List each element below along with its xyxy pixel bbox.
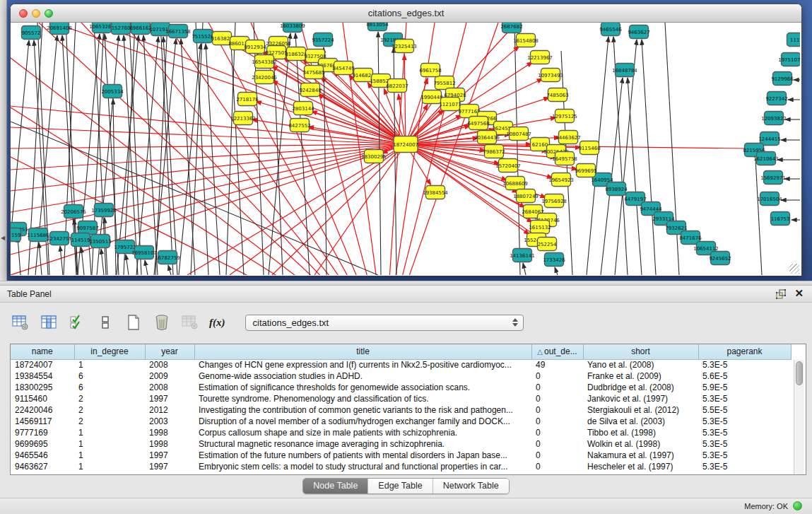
network-canvas[interactable]: 9055722069140610653267152760696616210719…	[11, 23, 801, 276]
network-node[interactable]: 20691406	[47, 23, 72, 35]
cell-out_degree[interactable]: 0	[531, 393, 583, 404]
cell-in_degree[interactable]: 2	[74, 393, 145, 404]
column-header-short[interactable]: short	[583, 344, 698, 359]
network-node[interactable]: 12213967	[527, 51, 553, 64]
network-node[interactable]: 20206576	[61, 205, 86, 218]
cell-short[interactable]: Yano et al. (2008)	[583, 359, 698, 370]
cell-out_degree[interactable]: 0	[531, 427, 583, 438]
network-node[interactable]: 10653267	[89, 23, 114, 33]
table-row[interactable]: 1872400712008Changes of HCN gene express…	[11, 359, 791, 370]
network-node[interactable]: 1112	[787, 33, 801, 47]
column-header-year[interactable]: year	[145, 344, 194, 359]
cell-title[interactable]: Tourette syndrome. Phenomenology and cla…	[194, 393, 531, 404]
network-node[interactable]: 6961758	[419, 64, 441, 77]
table-row[interactable]: 946362711997Embryonic stem cells: a mode…	[11, 461, 791, 472]
cell-pagerank[interactable]: 5.3E-5	[698, 393, 791, 404]
cell-short[interactable]: Stergiakouli et al. (2012)	[583, 404, 698, 416]
table-options-icon[interactable]	[10, 312, 31, 333]
cell-name[interactable]: 14569117	[11, 416, 74, 427]
network-node[interactable]: 2718176	[236, 93, 259, 106]
cell-in_degree[interactable]: 1	[74, 359, 145, 370]
cell-name[interactable]: 9115460	[11, 393, 74, 404]
network-node[interactable]: 8454749	[332, 62, 354, 75]
cell-title[interactable]: Estimation of the future numbers of pati…	[194, 450, 531, 461]
table-row[interactable]: 1456911722003Disruption of a novel membe…	[11, 416, 791, 427]
cell-year[interactable]: 2008	[145, 382, 194, 393]
network-node[interactable]: 252254	[538, 238, 557, 251]
cell-pagerank[interactable]: 5.3E-5	[698, 416, 791, 427]
network-node[interactable]: 6966162	[129, 23, 151, 35]
network-node[interactable]: 16782759	[155, 251, 180, 264]
column-visibility-icon[interactable]	[38, 312, 59, 333]
network-node[interactable]: 16671358	[165, 25, 191, 38]
cell-out_degree[interactable]: 0	[531, 450, 583, 461]
network-node[interactable]: 6497568	[467, 117, 489, 130]
node-table[interactable]: namein_degreeyeartitle△out_de...shortpag…	[10, 344, 806, 475]
cell-year[interactable]: 2008	[145, 359, 194, 370]
network-node[interactable]: 2005334	[101, 85, 124, 98]
table-row[interactable]: 946554611997Estimation of the future num…	[11, 450, 791, 461]
cell-pagerank[interactable]: 5.3E-5	[698, 450, 791, 461]
cell-out_degree[interactable]: 49	[531, 359, 583, 370]
network-node[interactable]: 18724007	[393, 136, 418, 153]
network-node[interactable]: 12213363	[230, 112, 256, 125]
column-header-out_de[interactable]: △out_de...	[531, 344, 583, 359]
float-panel-icon[interactable]	[775, 288, 787, 303]
cell-in_degree[interactable]: 6	[74, 382, 145, 393]
table-row[interactable]: 969969511998Structural magnetic resonanc…	[11, 438, 791, 450]
table-row[interactable]: 911546021997Tourette syndrome. Phenomeno…	[11, 393, 791, 404]
network-node[interactable]: 1121077	[439, 98, 461, 111]
network-node[interactable]: 16958107	[131, 246, 157, 259]
network-node[interactable]: 9227342	[765, 92, 787, 105]
side-gutter[interactable]: ◀	[0, 0, 7, 281]
cell-in_degree[interactable]: 1	[74, 438, 145, 450]
cell-pagerank[interactable]: 5.3E-5	[698, 427, 791, 438]
close-icon[interactable]: ✕	[794, 287, 804, 300]
network-node[interactable]: 12093822	[761, 112, 787, 125]
network-node[interactable]: 17016504	[757, 192, 782, 206]
cell-pagerank[interactable]: 5.3E-5	[698, 461, 791, 472]
network-node[interactable]: 18807249	[513, 189, 539, 203]
cell-year[interactable]: 1998	[145, 427, 194, 438]
network-node[interactable]: 10973493	[538, 69, 563, 82]
network-node[interactable]: 23420046	[252, 71, 277, 84]
network-node[interactable]: 16154808	[513, 34, 539, 47]
network-node[interactable]: 16210643	[753, 152, 779, 165]
cell-name[interactable]: 22420046	[11, 404, 74, 416]
cell-year[interactable]: 1997	[145, 393, 194, 404]
network-node[interactable]: 20364436	[474, 131, 500, 144]
tab-edge-table[interactable]: Edge Table	[367, 479, 432, 493]
network-node[interactable]: 12325413	[392, 40, 417, 53]
cell-short[interactable]: Jankovic et al. (1997)	[583, 393, 698, 404]
network-node[interactable]: 3475685	[302, 66, 324, 79]
cell-year[interactable]: 2012	[145, 404, 194, 416]
cell-title[interactable]: Structural magnetic resonance image aver…	[194, 438, 531, 450]
cell-title[interactable]: Estimation of significance thresholds fo…	[194, 382, 531, 393]
network-node[interactable]: 8912934	[244, 40, 266, 54]
network-node[interactable]: 14136141	[510, 249, 535, 262]
cell-title[interactable]: Disruption of a novel member of a sodium…	[194, 416, 531, 427]
network-node[interactable]: 116753	[771, 212, 790, 226]
network-node[interactable]: 9357224	[312, 33, 334, 47]
network-node[interactable]: 7955812	[433, 76, 455, 90]
cell-title[interactable]: Changes of HCN gene expression and I(f) …	[194, 359, 531, 370]
network-node[interactable]: 7986372	[483, 145, 505, 158]
cell-year[interactable]: 2003	[145, 416, 194, 427]
network-node[interactable]: 16848784	[612, 64, 637, 77]
cell-out_degree[interactable]: 0	[531, 416, 583, 427]
cell-short[interactable]: Dudbridge et al. (2008)	[583, 382, 698, 393]
cell-name[interactable]: 9465546	[11, 450, 74, 461]
network-node[interactable]: 12342757	[47, 232, 72, 245]
network-node[interactable]: 8427552	[288, 119, 310, 132]
cell-in_degree[interactable]: 2	[74, 404, 145, 416]
table-selector-dropdown[interactable]: citations_edges.txt	[245, 315, 524, 331]
network-node[interactable]: 114519	[71, 233, 90, 247]
table-scrollbar[interactable]	[794, 360, 804, 474]
cell-out_degree[interactable]: 0	[531, 461, 583, 472]
cell-year[interactable]: 1997	[145, 461, 194, 472]
cell-short[interactable]: Nakamura et al. (1997)	[583, 450, 698, 461]
cell-title[interactable]: Embryonic stem cells: a model to study s…	[194, 461, 531, 472]
cell-short[interactable]: de Silva et al. (2003)	[583, 416, 698, 427]
cell-name[interactable]: 9699695	[11, 438, 74, 450]
cell-out_degree[interactable]: 0	[531, 382, 583, 393]
